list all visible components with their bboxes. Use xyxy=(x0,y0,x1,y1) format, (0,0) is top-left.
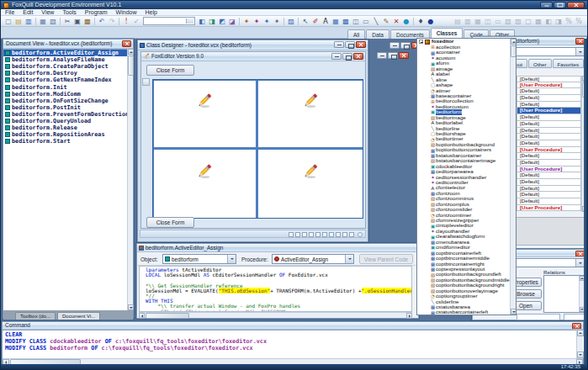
toolbar-icon[interactable]: ♦ xyxy=(416,17,426,26)
toolbar-icon[interactable]: ▩ xyxy=(341,17,351,26)
close-form-button-bottom[interactable]: Close Form xyxy=(146,217,194,228)
status-mini-button[interactable] xyxy=(329,232,334,237)
minimize-button[interactable] xyxy=(377,52,387,59)
toolbar-icon[interactable]: ↷ xyxy=(107,17,117,26)
pane-corner-button[interactable] xyxy=(142,78,150,86)
toolbar-icon[interactable]: ▣ xyxy=(72,17,82,26)
maximize-button[interactable] xyxy=(554,2,566,8)
toolbar-icon[interactable]: ▤ xyxy=(13,17,24,26)
method-list-item[interactable]: beditorform.ModiComm xyxy=(3,91,133,98)
property-value-row[interactable]: [Default] xyxy=(516,172,581,179)
toolbar-icon[interactable]: ▥ xyxy=(24,17,34,26)
toolbar-icon[interactable]: ▧ xyxy=(48,17,58,26)
method-list-item[interactable]: beditorform.PreventFormDestruction xyxy=(3,111,133,118)
document-view-scrollbar[interactable] xyxy=(127,49,133,310)
status-mini-button[interactable] xyxy=(336,232,341,237)
toolbar-icon[interactable]: ✦ xyxy=(272,17,282,26)
maximize-button[interactable] xyxy=(345,41,355,48)
toolbar-icon[interactable]: ✎ xyxy=(381,17,391,26)
editor-pane[interactable] xyxy=(258,150,363,218)
close-icon[interactable] xyxy=(122,40,131,47)
panel-tab[interactable]: Document Vi... xyxy=(57,312,100,320)
toolbar-icon[interactable]: ↖ xyxy=(300,17,310,26)
status-mini-button[interactable] xyxy=(289,232,294,237)
class-tree-item[interactable]: ▦ cstatusbarcontainerleft xyxy=(417,309,516,314)
property-value-row[interactable]: [Default] xyxy=(516,186,581,193)
toolbar-icon[interactable]: ↶ xyxy=(97,17,107,26)
close-button[interactable] xyxy=(567,2,585,8)
status-mini-button[interactable] xyxy=(295,232,300,237)
property-value-row[interactable]: [User Procedure] xyxy=(516,205,581,212)
status-mini-button[interactable] xyxy=(309,232,314,237)
toolbar-icon[interactable]: ✕ xyxy=(391,17,401,26)
property-value-row[interactable]: [User Procedure] xyxy=(516,147,581,154)
toolbar-icon[interactable]: ▦ xyxy=(331,17,341,26)
toolbar-icon[interactable]: ▦ xyxy=(38,17,48,26)
toolbar-icon[interactable]: ▩ xyxy=(82,17,93,26)
menu-item[interactable]: Edit xyxy=(19,9,37,16)
toolbar-icon[interactable]: ✦ xyxy=(262,17,272,26)
status-round-button[interactable] xyxy=(358,232,363,237)
minimize-button[interactable] xyxy=(389,42,400,49)
method-list-item[interactable]: beditorform.PostInit xyxy=(3,104,133,111)
toolbar-icon[interactable]: ▨ xyxy=(286,17,296,26)
code-editor[interactable]: lparameters tActiveEditorLOCAL loSession… xyxy=(139,266,412,312)
minimize-button[interactable] xyxy=(334,41,344,48)
title-bar[interactable]: FoxQuill Development Environment V10.1 xyxy=(1,1,587,9)
property-value-row[interactable]: [Default] xyxy=(516,76,581,82)
code-window-titlebar[interactable]: beditorform.ActiveEditor_Assign xyxy=(137,244,418,252)
toolbar-icon[interactable]: ✂ xyxy=(62,17,72,26)
toolbar-icon[interactable]: A xyxy=(320,17,331,26)
class-tree-root[interactable]: foxeditor xyxy=(417,39,516,45)
toolbar-icon[interactable]: ◪ xyxy=(227,17,237,26)
status-mini-button[interactable] xyxy=(302,232,307,237)
method-list-item[interactable]: beditorform.Destroy xyxy=(3,70,133,77)
doc-tab[interactable]: All xyxy=(347,29,365,39)
close-icon[interactable] xyxy=(572,323,581,330)
command-input-area[interactable]: CLEARMODIFY CLASS cdockableeditor OF c:\… xyxy=(3,330,586,358)
toolbar-icon[interactable]: ✐ xyxy=(310,17,320,26)
property-value-row[interactable]: [Default] xyxy=(516,134,581,140)
toolbar-icon[interactable]: ● xyxy=(401,17,411,26)
command-titlebar[interactable]: Command xyxy=(3,322,583,330)
foxeditor-form-titlebar[interactable]: FoxEditor Version 9.0 xyxy=(141,52,365,61)
status-mini-button[interactable] xyxy=(349,232,354,237)
restore-button[interactable] xyxy=(400,42,411,49)
toolbar-icon[interactable] xyxy=(143,17,195,25)
property-value-row[interactable]: [Default] xyxy=(516,128,581,135)
object-combo[interactable]: beditorform xyxy=(162,254,236,264)
property-value-row[interactable]: [Default] xyxy=(516,121,581,128)
status-mini-button[interactable] xyxy=(342,232,347,237)
chevron-down-icon[interactable] xyxy=(575,259,584,267)
editor-pane[interactable] xyxy=(154,81,256,147)
editor-pane[interactable] xyxy=(154,150,256,218)
property-value-row[interactable]: [Default] xyxy=(516,192,581,198)
menu-item[interactable]: Help xyxy=(140,9,161,16)
property-value-row[interactable]: [Default] xyxy=(516,140,581,147)
chevron-down-icon[interactable] xyxy=(227,255,236,263)
restore-button[interactable] xyxy=(388,52,398,59)
close-button[interactable] xyxy=(356,41,366,48)
toolbar-icon[interactable]: ◧ xyxy=(197,17,207,26)
property-value-row[interactable]: [User Procedure] xyxy=(516,108,581,114)
classes-scrollbar[interactable] xyxy=(510,39,516,314)
property-value-row[interactable]: [Default] xyxy=(516,102,581,108)
relations-listbox[interactable] xyxy=(543,275,585,313)
toolbar-icon[interactable]: ◩ xyxy=(217,17,227,26)
property-value-row[interactable]: [Default] xyxy=(516,114,581,121)
method-list-item[interactable]: beditorform.OnFontSizeChange xyxy=(3,98,133,104)
close-button[interactable] xyxy=(399,52,409,59)
maximize-button[interactable] xyxy=(342,53,352,60)
procedure-combo[interactable]: ActiveEditor_Assign xyxy=(272,254,354,264)
method-list-item[interactable]: beditorform.Init xyxy=(3,83,133,90)
toolbar-icon[interactable]: ◨ xyxy=(207,17,217,26)
property-value-row[interactable]: [Default] xyxy=(516,95,581,102)
properties-tab[interactable]: Other xyxy=(528,59,551,68)
chevron-down-icon[interactable] xyxy=(575,48,584,56)
toolbar-icon[interactable]: ! xyxy=(121,17,131,26)
property-value-row[interactable]: [Default] xyxy=(516,198,581,205)
property-value-row[interactable]: [User Procedure] xyxy=(516,82,581,89)
toolbar-icon[interactable]: ● xyxy=(426,17,436,26)
editor-pane[interactable] xyxy=(258,81,363,147)
command-vscrollbar[interactable] xyxy=(576,330,583,358)
